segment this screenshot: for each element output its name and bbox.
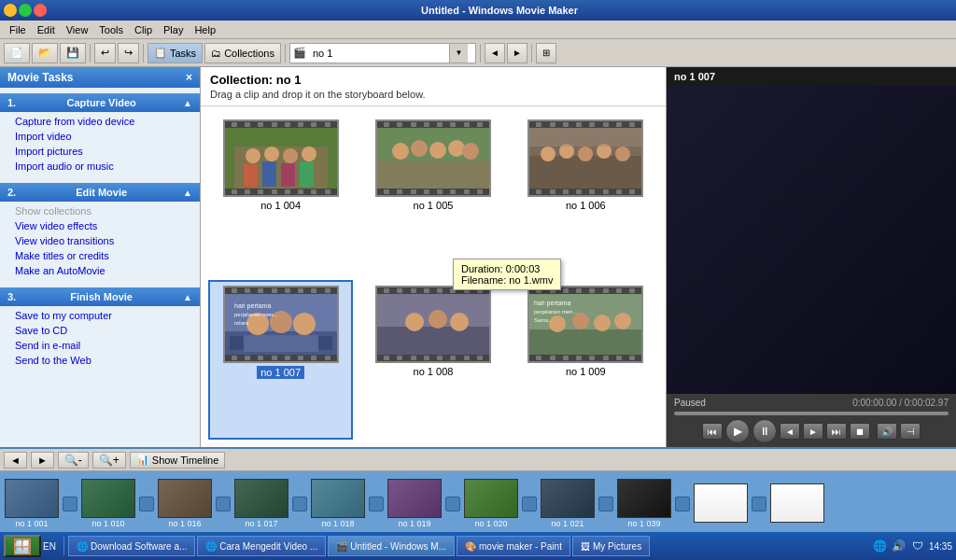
separator-1 [90, 44, 91, 63]
transition-2 [215, 484, 232, 524]
sidebar-section-edit-title[interactable]: 2. Edit Movie ▲ [0, 183, 200, 202]
taskbar-btn-3[interactable]: 🎨 movie maker - Paint [457, 536, 570, 556]
sidebar-link-import-video[interactable]: Import video [0, 129, 200, 144]
sidebar-link-import-pictures[interactable]: Import pictures [0, 144, 200, 159]
sidebar-link-save-cd[interactable]: Save to CD [0, 323, 200, 338]
clip-label-no-1-007: no 1 007 [257, 366, 304, 379]
open-button[interactable]: 📂 [32, 43, 58, 63]
section-1-arrow-icon: ▲ [183, 98, 192, 108]
sidebar-link-capture-device[interactable]: Capture from video device [0, 114, 200, 129]
menu-edit[interactable]: Edit [32, 22, 61, 37]
storyboard-clip-5[interactable]: no 1 019 [387, 479, 443, 528]
view-options-button[interactable]: ⊞ [536, 43, 556, 63]
preview-seek-slider[interactable] [674, 412, 949, 415]
forward-button[interactable]: ► [507, 43, 527, 63]
clip-item-no-1-006[interactable]: no 1 006 [513, 114, 658, 273]
preview-goto-start-button[interactable]: ⏮ [702, 423, 723, 440]
preview-stop-button[interactable]: ⏹ [850, 423, 870, 440]
back-button[interactable]: ◄ [485, 43, 505, 63]
show-timeline-button[interactable]: 📊 Show Timeline [130, 452, 226, 469]
preview-play-button[interactable]: ▶ [725, 419, 750, 443]
sidebar-close-button[interactable]: × [186, 71, 192, 84]
svg-point-15 [448, 140, 465, 157]
storyboard-zoom-in[interactable]: 🔍+ [92, 452, 126, 469]
storyboard-clip-0[interactable]: no 1 001 [4, 479, 60, 528]
sidebar-link-automovie[interactable]: Make an AutoMovie [0, 263, 200, 278]
system-tray: 🌐 🔊 🛡 14:35 [873, 539, 952, 553]
storyboard-clip-2[interactable]: no 1 016 [157, 479, 213, 528]
sidebar-link-import-audio[interactable]: Import audio or music [0, 159, 200, 174]
minimize-button[interactable] [4, 4, 17, 17]
sidebar-link-send-email[interactable]: Send in e-mail [0, 338, 200, 353]
preview-split-button[interactable]: ⊣ [900, 423, 921, 440]
tray-network-icon: 🌐 [873, 539, 888, 553]
sidebar-link-save-computer[interactable]: Save to my computer [0, 308, 200, 323]
menu-help[interactable]: Help [189, 22, 221, 37]
preview-screen[interactable] [667, 86, 956, 394]
storyboard-clip-8[interactable]: no 1 039 [616, 479, 672, 528]
redo-button[interactable]: ↪ [118, 43, 139, 63]
storyboard-zoom-out[interactable]: 🔍- [58, 452, 89, 469]
svg-point-44 [594, 315, 611, 331]
clip-label-no-1-004: no 1 004 [260, 200, 301, 211]
taskbar-btn-0[interactable]: 🌐 Download Software a... [68, 536, 195, 556]
collection-dropdown[interactable]: 🎬 ▼ [289, 43, 476, 63]
storyboard-clip-3[interactable]: no 1 017 [233, 479, 289, 528]
taskbar-btn-4[interactable]: 🖼 My Pictures [572, 536, 650, 556]
storyboard-nav-forward[interactable]: ► [31, 452, 54, 469]
preview-next-frame-button[interactable]: ► [803, 423, 823, 440]
menu-view[interactable]: View [61, 22, 94, 37]
svg-rect-31 [244, 335, 318, 352]
storyboard-clip-6[interactable]: no 1 020 [463, 479, 519, 528]
tasks-button[interactable]: 📋 Tasks [148, 43, 203, 63]
sidebar-link-show-collections[interactable]: Show collections [0, 203, 200, 218]
menu-clip[interactable]: Clip [129, 22, 158, 37]
maximize-button[interactable] [19, 4, 32, 17]
svg-rect-41 [529, 329, 641, 355]
svg-text:hari pertama: hari pertama [234, 302, 271, 310]
preview-pause-button[interactable]: ⏸ [752, 419, 777, 443]
clip-item-no-1-007[interactable]: hari pertama perjalanan men... ndarano 1… [208, 280, 353, 441]
clip-label-no-1-008: no 1 008 [414, 366, 454, 377]
preview-prev-frame-button[interactable]: ◄ [780, 423, 800, 440]
clip-item-no-1-004[interactable]: no 1 004 [208, 114, 353, 273]
clip-item-no-1-008[interactable]: no 1 008 [360, 280, 505, 441]
storyboard-clip-9[interactable] [693, 483, 749, 524]
taskbar-btn-2[interactable]: 🎬 Untitled - Windows M... [328, 536, 455, 556]
menu-file[interactable]: File [4, 22, 32, 37]
dropdown-arrow-icon[interactable]: ▼ [449, 44, 468, 63]
sidebar-link-titles[interactable]: Make titles or credits [0, 248, 200, 263]
collections-button[interactable]: 🗂 Collections [204, 43, 281, 63]
sb-clip-label-0: no 1 001 [15, 519, 48, 528]
preview-volume-button[interactable]: 🔊 [877, 423, 897, 440]
save-button[interactable]: 💾 [60, 43, 86, 63]
clip-item-no-1-009[interactable]: hari pertama perjalanan men... Sams...no… [513, 280, 658, 441]
storyboard-clip-4[interactable]: no 1 018 [310, 479, 366, 528]
svg-point-30 [293, 313, 316, 335]
clip-item-no-1-005[interactable]: no 1 005 [360, 114, 505, 273]
sidebar-link-video-effects[interactable]: View video effects [0, 218, 200, 233]
preview-goto-end-button[interactable]: ⏭ [826, 423, 847, 440]
sidebar-section-finish-title[interactable]: 3. Finish Movie ▲ [0, 287, 200, 306]
storyboard-clip-7[interactable]: no 1 021 [540, 479, 596, 528]
taskbar-label-1: Cara Mengedit Video ... [219, 541, 317, 552]
menu-play[interactable]: Play [158, 22, 189, 37]
start-button[interactable]: 🪟 [4, 535, 41, 557]
tasks-icon: 📋 [154, 47, 167, 59]
undo-button[interactable]: ↩ [94, 43, 116, 63]
storyboard-clip-1[interactable]: no 1 010 [80, 479, 136, 528]
taskbar-btn-1[interactable]: 🌐 Cara Mengedit Video ... [197, 536, 326, 556]
sidebar-section-capture-title[interactable]: 1. Capture Video ▲ [0, 93, 200, 112]
sidebar-title: Movie Tasks [7, 71, 73, 84]
sidebar-section-edit: 2. Edit Movie ▲ Show collections View vi… [0, 177, 200, 282]
window-controls[interactable] [4, 4, 47, 17]
storyboard-nav-back[interactable]: ◄ [4, 452, 27, 469]
new-button[interactable]: 📄 [4, 43, 30, 63]
sidebar-link-send-web[interactable]: Send to the Web [0, 353, 200, 368]
collection-input[interactable] [309, 48, 449, 59]
storyboard-clip-10[interactable] [769, 483, 825, 524]
sidebar-link-video-transitions[interactable]: View video transitions [0, 233, 200, 248]
close-button[interactable] [34, 4, 47, 17]
collections-icon: 🗂 [211, 48, 221, 59]
menu-tools[interactable]: Tools [93, 22, 129, 37]
